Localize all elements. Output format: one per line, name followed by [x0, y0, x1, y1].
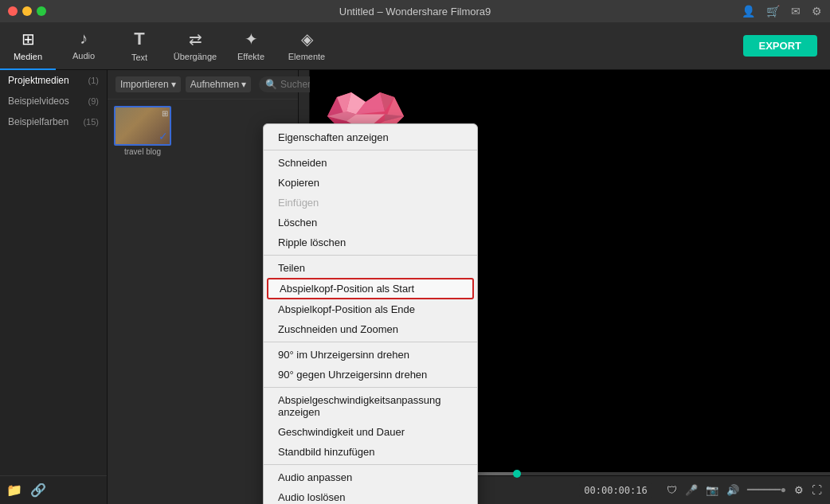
toolbar: ⊞ Medien ♪ Audio T Text ⇄ Übergänge ✦ Ef…	[0, 22, 830, 70]
toolbar-uebergaenge[interactable]: ⇄ Übergänge	[167, 22, 223, 70]
context-menu: Eigenschaften anzeigen Schneiden Kopiere…	[263, 123, 478, 504]
import-button[interactable]: Importieren ▾	[115, 76, 181, 92]
export-button[interactable]: EXPORT	[743, 35, 817, 57]
import-label: Importieren	[120, 79, 169, 90]
mic-icon[interactable]: 🎤	[685, 484, 698, 496]
ctx-einfuegen: Einfügen	[264, 193, 477, 213]
toolbar-medien[interactable]: ⊞ Medien	[0, 22, 56, 70]
seekbar-thumb[interactable]	[513, 470, 521, 478]
titlebar-icons: 👤 🛒 ✉ ⚙	[742, 5, 822, 18]
record-chevron-icon: ▾	[241, 79, 246, 90]
ctx-audio-anpassen[interactable]: Audio anpassen	[264, 467, 477, 487]
sidebar-icons: 📁 🔗	[6, 483, 100, 498]
fullscreen-icon[interactable]: ⛶	[812, 484, 822, 496]
audio-icon: ♪	[80, 29, 88, 48]
ctx-abspielkopf-ende[interactable]: Abspielkopf-Position als Ende	[264, 299, 477, 319]
effekte-icon: ✦	[245, 29, 258, 49]
toolbar-text[interactable]: T Text	[112, 22, 167, 70]
camera-icon[interactable]: 📷	[706, 484, 718, 496]
uebergaenge-icon: ⇄	[189, 29, 202, 49]
sidebar-beispielvideos-count: (9)	[88, 96, 99, 106]
traffic-lights	[8, 6, 46, 16]
ctx-audio-loeschen[interactable]: Audio loslösen	[264, 487, 477, 504]
text-icon: T	[134, 29, 144, 49]
toolbar-effekte[interactable]: ✦ Effekte	[223, 22, 279, 70]
volume-bar[interactable]: ━━━━━━●	[747, 484, 786, 496]
minimize-button[interactable]	[22, 6, 32, 16]
sidebar: Projektmedien (1) Beispielvideos (9) Bei…	[0, 70, 108, 504]
ctx-drehen-links[interactable]: 90° gegen Uhrzeigersinn drehen	[264, 365, 477, 385]
sidebar-item-beispielvideos[interactable]: Beispielvideos (9)	[0, 91, 107, 111]
ctx-standbild[interactable]: Standbild hinzufügen	[264, 442, 477, 462]
preview-right-controls: 🛡 🎤 📷 🔊 ━━━━━━● ⚙ ⛶	[667, 484, 822, 496]
sidebar-bottom: 📁 🔗	[0, 475, 107, 504]
cart-icon[interactable]: 🛒	[766, 5, 780, 18]
titlebar: Untitled – Wondershare Filmora9 👤 🛒 ✉ ⚙	[0, 0, 830, 22]
ctx-kopieren[interactable]: Kopieren	[264, 173, 477, 193]
sidebar-item-projektmedien[interactable]: Projektmedien (1)	[0, 70, 107, 91]
ctx-sep5	[264, 464, 477, 465]
volume-icon[interactable]: 🔊	[726, 484, 739, 496]
user-icon[interactable]: 👤	[742, 5, 755, 18]
ctx-abspielkopf-start[interactable]: Abspielkopf-Position als Start	[267, 278, 474, 299]
toolbar-audio[interactable]: ♪ Audio	[56, 22, 112, 70]
ctx-ripple[interactable]: Ripple löschen	[264, 232, 477, 252]
ctx-zuschneiden[interactable]: Zuschneiden und Zoomen	[264, 319, 477, 339]
record-label: Aufnehmen	[190, 79, 239, 90]
toolbar-text-label: Text	[131, 53, 147, 62]
timecode-display: 00:00:00:16	[579, 485, 652, 496]
toolbar-audio-label: Audio	[72, 51, 95, 61]
toolbar-elemente[interactable]: ◈ Elemente	[279, 22, 335, 70]
shield-icon[interactable]: 🛡	[667, 484, 677, 496]
ctx-teilen[interactable]: Teilen	[264, 258, 477, 278]
thumb-image: ⊞ ✓	[114, 106, 171, 146]
ctx-eigenschaften[interactable]: Eigenschaften anzeigen	[264, 127, 477, 147]
elemente-icon: ◈	[301, 29, 313, 49]
medien-icon: ⊞	[22, 29, 35, 49]
thumb-label: travel blog	[114, 147, 171, 156]
folder-link-icon[interactable]: 🔗	[30, 483, 46, 498]
toolbar-effekte-label: Effekte	[237, 52, 264, 61]
record-button[interactable]: Aufnehmen ▾	[186, 76, 251, 92]
mail-icon[interactable]: ✉	[791, 5, 801, 18]
settings-icon[interactable]: ⚙	[794, 484, 804, 496]
sidebar-item-beispielfarben[interactable]: Beispielfarben (15)	[0, 111, 107, 132]
toolbar-uebergaenge-label: Übergänge	[174, 52, 217, 61]
ctx-geschw-dauer[interactable]: Geschwindigkeit und Dauer	[264, 422, 477, 442]
ctx-sep3	[264, 342, 477, 342]
ctx-loeschen[interactable]: Löschen	[264, 213, 477, 232]
sidebar-projektmedien-count: (1)	[88, 76, 99, 85]
thumb-check-icon: ✓	[159, 130, 168, 143]
sidebar-projektmedien-label: Projektmedien	[8, 75, 69, 86]
window-title: Untitled – Wondershare Filmora9	[339, 6, 491, 18]
folder-add-icon[interactable]: 📁	[6, 483, 22, 498]
media-header: Importieren ▾ Aufnehmen ▾ 🔍 ☰ ⊞	[108, 70, 298, 100]
toolbar-elemente-label: Elemente	[288, 52, 325, 61]
sidebar-beispielfarben-label: Beispielfarben	[8, 116, 69, 127]
thumb-type-icon: ⊞	[162, 109, 168, 118]
sidebar-beispielfarben-count: (15)	[83, 117, 99, 127]
close-button[interactable]	[8, 6, 18, 16]
ctx-sep4	[264, 387, 477, 388]
ctx-sep1	[264, 150, 477, 150]
gear-icon[interactable]: ⚙	[812, 5, 822, 18]
sidebar-beispielvideos-label: Beispielvideos	[8, 96, 69, 107]
ctx-sep2	[264, 255, 477, 256]
ctx-drehen-rechts[interactable]: 90° im Uhrzeigersinn drehen	[264, 345, 477, 365]
search-icon: 🔍	[265, 79, 277, 90]
maximize-button[interactable]	[37, 6, 46, 16]
toolbar-medien-label: Medien	[14, 52, 42, 61]
import-chevron-icon: ▾	[171, 79, 176, 90]
ctx-schneiden[interactable]: Schneiden	[264, 153, 477, 173]
media-thumb-travelblog[interactable]: ⊞ ✓ travel blog	[114, 106, 171, 156]
ctx-geschw-anzeigen[interactable]: Abspielgeschwindigkeitsanpassung anzeige…	[264, 390, 477, 422]
timecode-value: 00:00:00:16	[579, 483, 652, 498]
